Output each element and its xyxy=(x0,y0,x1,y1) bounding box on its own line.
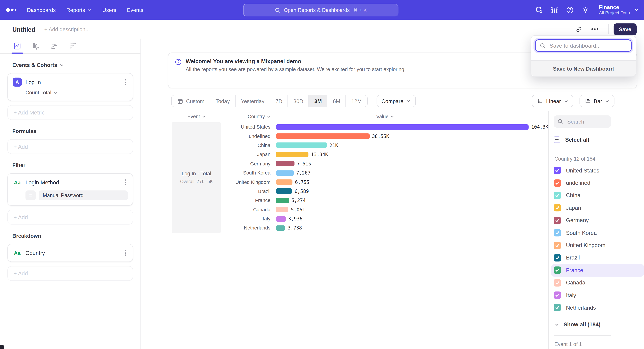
apps-grid-icon[interactable] xyxy=(551,6,558,13)
filter-operator[interactable]: = xyxy=(26,190,36,200)
legend-item-japan[interactable]: Japan xyxy=(551,202,644,214)
kebab-menu-icon[interactable] xyxy=(123,248,128,258)
filter-property[interactable]: Login Method xyxy=(26,179,120,185)
bar-china[interactable] xyxy=(276,143,327,148)
tab-retention[interactable] xyxy=(67,40,78,52)
legend-item-china[interactable]: China xyxy=(551,189,644,202)
legend-item-south-korea[interactable]: South Korea xyxy=(551,227,644,239)
bar-united-states[interactable] xyxy=(276,124,529,130)
legend-item-germany[interactable]: Germany xyxy=(551,214,644,227)
bar-germany[interactable] xyxy=(276,161,294,166)
breakdown-property[interactable]: Country xyxy=(26,250,120,256)
bar-undefined[interactable] xyxy=(276,133,370,139)
range-7d[interactable]: 7D xyxy=(270,95,288,107)
tab-insights[interactable] xyxy=(12,40,23,52)
data-management-icon[interactable] xyxy=(535,6,543,14)
add-metric-button[interactable]: + Add Metric xyxy=(8,105,133,120)
bar-japan[interactable] xyxy=(276,152,308,157)
checkbox-japan[interactable] xyxy=(554,204,561,212)
breakdown-header: Breakdown xyxy=(12,233,128,239)
column-header-event[interactable]: Event xyxy=(172,114,221,119)
column-header-country[interactable]: Country xyxy=(221,114,272,119)
kebab-menu-icon[interactable] xyxy=(123,178,128,187)
range-today[interactable]: Today xyxy=(210,95,235,107)
breakdown-card[interactable]: Aa Country xyxy=(8,244,133,262)
nav-item-users[interactable]: Users xyxy=(102,7,116,13)
checkbox-netherlands[interactable] xyxy=(554,304,561,311)
checkbox-france[interactable] xyxy=(554,267,561,274)
settings-gear-icon[interactable] xyxy=(582,6,590,14)
checkbox-china[interactable] xyxy=(554,192,561,199)
bar-france[interactable] xyxy=(276,198,289,203)
save-to-dashboard-popover: Save to New Dashboard xyxy=(531,35,636,77)
range-30d[interactable]: 30D xyxy=(288,95,308,107)
bar-brazil[interactable] xyxy=(276,189,292,194)
bar-canada[interactable] xyxy=(276,207,288,212)
more-actions-button[interactable] xyxy=(586,27,603,31)
add-description-field[interactable]: + Add description... xyxy=(44,26,90,32)
scale-selector-button[interactable]: Linear xyxy=(532,95,574,107)
bar-italy[interactable] xyxy=(276,216,286,222)
legend-item-canada[interactable]: Canada xyxy=(551,276,644,289)
save-button[interactable]: Save xyxy=(614,23,636,35)
copy-link-button[interactable] xyxy=(572,24,587,34)
legend-search[interactable] xyxy=(554,115,611,128)
checkbox-brazil[interactable] xyxy=(554,254,561,262)
mixpanel-logo-icon[interactable] xyxy=(6,8,16,12)
legend-item-brazil[interactable]: Brazil xyxy=(551,252,644,264)
legend-item-united-states[interactable]: United States xyxy=(551,164,644,177)
chart-type-selector-button[interactable]: Bar xyxy=(580,95,614,107)
legend-item-italy[interactable]: Italy xyxy=(551,289,644,301)
checkbox-united-kingdom[interactable] xyxy=(554,242,561,249)
bar-value-label: 3,738 xyxy=(288,225,302,231)
select-all-row[interactable]: Select all xyxy=(554,134,644,145)
nav-item-dashboards[interactable]: Dashboards xyxy=(27,7,56,13)
aggregation-selector[interactable]: Count Total xyxy=(26,90,128,95)
legend-item-netherlands[interactable]: Netherlands xyxy=(551,301,644,314)
legend-search-input[interactable] xyxy=(566,118,609,125)
nav-item-reports[interactable]: Reports xyxy=(66,7,92,13)
metric-card[interactable]: A Log In Count Total xyxy=(8,73,133,101)
save-dashboard-input[interactable] xyxy=(549,42,627,49)
range-3m[interactable]: 3M xyxy=(308,95,327,107)
kebab-menu-icon[interactable] xyxy=(123,78,128,87)
checkbox-canada[interactable] xyxy=(554,279,561,287)
events-cohorts-header[interactable]: Events & Cohorts xyxy=(12,62,128,68)
bar-south-korea[interactable] xyxy=(276,170,294,176)
filter-value[interactable]: Manual Password xyxy=(38,190,128,200)
column-header-value[interactable]: Value xyxy=(272,114,499,119)
banner-subtitle: All the reports you see are powered by a… xyxy=(186,66,406,72)
bar-united-kingdom[interactable] xyxy=(276,179,293,185)
checkbox-united-states[interactable] xyxy=(554,167,561,174)
project-switcher[interactable]: Finance All Project Data xyxy=(599,4,639,15)
tab-flows[interactable] xyxy=(48,40,60,52)
event-name[interactable]: Log In xyxy=(26,79,120,85)
checkbox-italy[interactable] xyxy=(554,292,561,299)
legend-item-undefined[interactable]: undefined xyxy=(551,177,644,189)
select-all-checkbox-indeterminate[interactable] xyxy=(554,136,560,143)
checkbox-undefined[interactable] xyxy=(554,179,561,187)
range-custom[interactable]: Custom xyxy=(172,95,210,107)
event-summary-cell[interactable]: Log In - Total Overall 276.5K xyxy=(172,122,221,233)
add-filter-button[interactable]: + Add xyxy=(8,210,133,224)
range-yesterday[interactable]: Yesterday xyxy=(235,95,270,107)
help-icon[interactable] xyxy=(566,6,574,14)
range-12m[interactable]: 12M xyxy=(346,95,367,107)
checkbox-germany[interactable] xyxy=(554,217,561,224)
save-dashboard-search[interactable] xyxy=(535,39,632,52)
checkbox-south-korea[interactable] xyxy=(554,229,561,237)
add-breakdown-button[interactable]: + Add xyxy=(8,266,133,281)
bar-netherlands[interactable] xyxy=(276,225,285,231)
compare-button[interactable]: Compare xyxy=(376,95,416,107)
range-6m[interactable]: 6M xyxy=(327,95,346,107)
tab-funnels[interactable] xyxy=(30,40,42,52)
nav-item-events[interactable]: Events xyxy=(127,7,143,13)
show-all-button[interactable]: Show all (184) xyxy=(554,319,644,331)
legend-item-france[interactable]: France xyxy=(551,264,644,276)
legend-item-united-kingdom[interactable]: United Kingdom xyxy=(551,239,644,251)
filter-card[interactable]: Aa Login Method = Manual Password xyxy=(8,173,133,206)
report-title[interactable]: Untitled xyxy=(12,26,35,33)
add-formula-button[interactable]: + Add xyxy=(8,139,133,154)
global-search-button[interactable]: Open Reports & Dashboards ⌘ + K xyxy=(243,4,398,16)
save-to-new-dashboard-button[interactable]: Save to New Dashboard xyxy=(531,60,636,76)
